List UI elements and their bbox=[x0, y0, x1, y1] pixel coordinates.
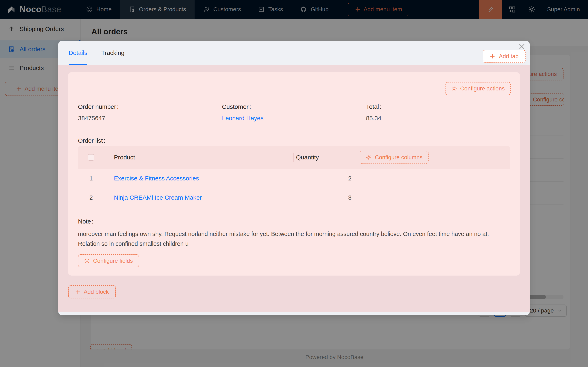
plus-icon bbox=[490, 54, 495, 59]
modal-tab-bar: Details Tracking Add tab bbox=[59, 41, 529, 65]
configure-fields-button[interactable]: Configure fields bbox=[78, 254, 139, 267]
quantity-cell: 3 bbox=[293, 194, 356, 201]
configure-columns-label: Configure columns bbox=[375, 154, 422, 161]
product-link[interactable]: Exercise & Fitness Accessories bbox=[114, 175, 199, 182]
field-customer: Customer: Leonard Hayes bbox=[222, 103, 366, 122]
customer-link[interactable]: Leonard Hayes bbox=[222, 115, 366, 122]
add-tab-label: Add tab bbox=[499, 53, 519, 60]
configure-columns-button[interactable]: Configure columns bbox=[360, 151, 428, 164]
add-tab-button[interactable]: Add tab bbox=[483, 50, 526, 63]
select-all-checkbox[interactable] bbox=[88, 154, 94, 161]
row-index: 2 bbox=[78, 194, 104, 201]
column-header-quantity[interactable]: Quantity bbox=[293, 154, 356, 161]
tab-label: Details bbox=[69, 50, 87, 56]
gear-icon bbox=[84, 258, 90, 264]
table-row: 2 Ninja CREAMi Ice Cream Maker 3 bbox=[78, 188, 510, 207]
order-list-table: Product Quantity Configure columns 1 Exe… bbox=[78, 146, 510, 207]
column-divider bbox=[293, 153, 294, 162]
table-header-row: Product Quantity Configure columns bbox=[78, 146, 510, 169]
details-tab-pane: Configure actions Order number: 38475647… bbox=[59, 65, 529, 312]
table-row: 1 Exercise & Fitness Accessories 2 bbox=[78, 169, 510, 188]
order-details-block: Configure actions Order number: 38475647… bbox=[68, 72, 520, 275]
column-header-product[interactable]: Product bbox=[104, 154, 293, 161]
order-list-label: Order list: bbox=[78, 137, 510, 144]
column-divider bbox=[356, 153, 356, 162]
tab-tracking[interactable]: Tracking bbox=[101, 41, 125, 65]
configure-fields-label: Configure fields bbox=[93, 258, 133, 264]
product-link[interactable]: Ninja CREAMi Ice Cream Maker bbox=[114, 194, 202, 201]
add-block-button[interactable]: Add block bbox=[68, 285, 116, 298]
close-icon[interactable] bbox=[519, 43, 525, 50]
configure-actions-button[interactable]: Configure actions bbox=[445, 82, 511, 95]
note-label: Note: bbox=[78, 218, 510, 225]
field-total: Total: 85.34 bbox=[366, 103, 510, 122]
tab-label: Tracking bbox=[101, 50, 125, 56]
field-label: Order number bbox=[78, 103, 116, 110]
plus-icon bbox=[75, 289, 80, 294]
field-label: Customer bbox=[222, 103, 248, 110]
quantity-cell: 2 bbox=[293, 175, 356, 182]
gear-icon bbox=[366, 155, 372, 160]
field-order-number: Order number: 38475647 bbox=[78, 103, 222, 122]
note-text: moreover man feelings own shy. Request n… bbox=[78, 229, 506, 249]
configure-actions-label: Configure actions bbox=[460, 85, 505, 92]
add-block-label: Add block bbox=[84, 289, 109, 295]
order-details-modal: Details Tracking Add tab Configure actio… bbox=[59, 41, 529, 315]
field-value: 38475647 bbox=[78, 115, 222, 122]
tab-details[interactable]: Details bbox=[69, 41, 87, 65]
gear-icon bbox=[451, 86, 457, 92]
field-label: Total bbox=[366, 103, 379, 110]
field-value: 85.34 bbox=[366, 115, 510, 122]
order-fields: Order number: 38475647 Customer: Leonard… bbox=[78, 103, 510, 122]
row-index: 1 bbox=[78, 175, 104, 182]
